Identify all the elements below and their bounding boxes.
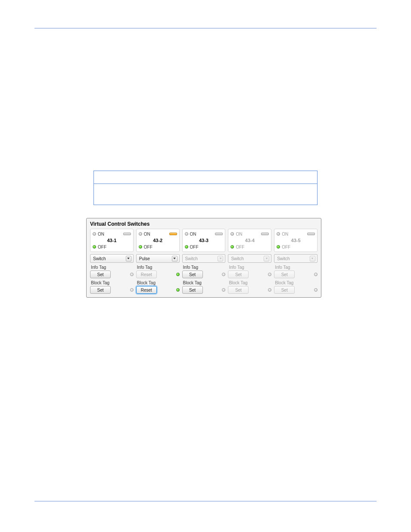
info-tag-label: Info Tag: [228, 265, 271, 270]
on-label: ON: [144, 232, 150, 236]
mode-value: Pulse: [139, 256, 150, 261]
switch-col-5: ON 43-5 OFF Switch: [274, 229, 318, 294]
block-tag-set-button-3[interactable]: Set: [182, 286, 203, 294]
mode-value: Switch: [231, 256, 243, 261]
on-label: ON: [98, 232, 104, 236]
panel-title: Virtual Control Switches: [90, 221, 318, 227]
off-label: OFF: [282, 245, 290, 249]
off-led-icon: [277, 245, 280, 249]
switch-id: 43-2: [139, 237, 177, 244]
status-dot-icon: [222, 288, 225, 292]
status-dot-icon: [268, 288, 271, 292]
status-dot-icon: [130, 273, 134, 276]
info-tag-label: Info Tag: [136, 265, 180, 270]
status-dot-icon: [314, 273, 318, 276]
switch-card-2: ON 43-2 OFF: [136, 229, 180, 252]
info-tag-reset-button-2[interactable]: Reset: [136, 271, 157, 278]
switch-id: 43-1: [93, 237, 131, 244]
switch-col-4: ON 43-4 OFF Switch: [228, 229, 271, 294]
info-tag-group-5: Info Tag Set: [274, 265, 318, 278]
block-tag-label: Block Tag: [136, 280, 180, 285]
info-tag-set-button-4: Set: [228, 271, 249, 278]
top-divider: [34, 28, 377, 28]
info-tag-group-1: Info Tag Set: [90, 265, 134, 278]
slot-icon: [169, 233, 177, 235]
switch-id: 43-4: [230, 237, 269, 244]
switch-col-3: ON 43-3 OFF Switch: [182, 229, 226, 294]
off-led-icon: [185, 245, 188, 249]
status-dot-icon: [176, 288, 180, 292]
mode-select-5: Switch: [274, 254, 318, 263]
block-tag-label: Block Tag: [274, 280, 318, 285]
info-tag-label: Info Tag: [274, 265, 318, 270]
chevron-down-icon: [310, 256, 315, 261]
on-label: ON: [282, 232, 288, 236]
slot-icon: [261, 233, 269, 235]
info-tag-group-3: Info Tag Set: [182, 265, 226, 278]
note-body: [94, 184, 317, 205]
status-dot-icon: [176, 273, 180, 276]
block-tag-reset-button-2[interactable]: Reset: [136, 286, 157, 294]
block-tag-label: Block Tag: [182, 280, 226, 285]
info-tag-group-4: Info Tag Set: [228, 265, 271, 278]
on-label: ON: [190, 232, 196, 236]
info-tag-set-button-1[interactable]: Set: [90, 271, 111, 278]
off-led-icon: [93, 245, 96, 249]
block-tag-group-3: Block Tag Set: [182, 280, 226, 294]
switch-id: 43-3: [185, 237, 223, 244]
mode-select-3[interactable]: Switch: [182, 254, 226, 263]
on-led-icon: [230, 232, 234, 236]
block-tag-group-1: Block Tag Set: [90, 280, 134, 294]
chevron-down-icon: [126, 256, 131, 261]
block-tag-label: Block Tag: [90, 280, 134, 285]
status-dot-icon: [268, 273, 271, 276]
switch-id: 43-5: [277, 237, 315, 244]
mode-value: Switch: [93, 256, 106, 261]
block-tag-group-5: Block Tag Set: [274, 280, 318, 294]
block-tag-set-button-4: Set: [228, 286, 249, 294]
off-label: OFF: [98, 245, 106, 249]
note-header: [94, 171, 317, 184]
switch-col-2: ON 43-2 OFF Pulse: [136, 229, 180, 294]
mode-value: Switch: [277, 256, 290, 261]
off-led-icon: [230, 245, 234, 249]
mode-value: Switch: [185, 256, 198, 261]
off-led-icon: [139, 245, 142, 249]
switches-row: ON 43-1 OFF Switch: [90, 229, 318, 294]
block-tag-group-4: Block Tag Set: [228, 280, 271, 294]
off-label: OFF: [190, 245, 199, 249]
on-label: ON: [236, 232, 242, 236]
status-dot-icon: [314, 288, 318, 292]
info-tag-group-2: Info Tag Reset: [136, 265, 180, 278]
block-tag-set-button-5: Set: [274, 286, 295, 294]
on-led-icon: [185, 232, 188, 236]
block-tag-label: Block Tag: [228, 280, 271, 285]
off-label: OFF: [144, 245, 153, 249]
info-tag-set-button-3[interactable]: Set: [182, 271, 203, 278]
chevron-down-icon: [218, 256, 223, 261]
slot-icon: [123, 233, 131, 235]
info-tag-label: Info Tag: [182, 265, 226, 270]
switch-card-1: ON 43-1 OFF: [90, 229, 134, 252]
virtual-control-switches-panel: Virtual Control Switches ON 43-1: [86, 218, 321, 298]
on-led-icon: [139, 232, 142, 236]
off-label: OFF: [236, 245, 244, 249]
mode-select-1[interactable]: Switch: [90, 254, 134, 263]
block-tag-set-button-1[interactable]: Set: [90, 286, 111, 294]
mode-select-2[interactable]: Pulse: [136, 254, 180, 263]
on-led-icon: [277, 232, 280, 236]
note-box: [93, 171, 318, 205]
mode-select-4: Switch: [228, 254, 271, 263]
info-tag-set-button-5: Set: [274, 271, 295, 278]
chevron-down-icon: [264, 256, 269, 261]
block-tag-group-2: Block Tag Reset: [136, 280, 180, 294]
switch-col-1: ON 43-1 OFF Switch: [90, 229, 134, 294]
switch-card-4: ON 43-4 OFF: [228, 229, 271, 252]
slot-icon: [215, 233, 223, 235]
info-tag-label: Info Tag: [90, 265, 134, 270]
bottom-divider: [34, 501, 377, 501]
slot-icon: [307, 233, 315, 235]
chevron-down-icon: [172, 256, 177, 261]
switch-card-5: ON 43-5 OFF: [274, 229, 318, 252]
status-dot-icon: [130, 288, 134, 292]
